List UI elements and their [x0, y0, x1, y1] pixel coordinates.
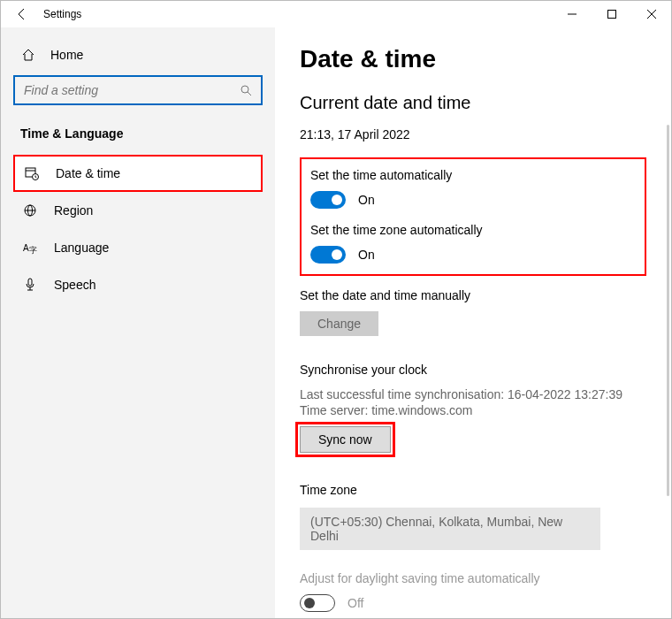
- category-header: Time & Language: [13, 118, 275, 155]
- change-button: Change: [300, 311, 378, 336]
- toggle-time-auto-state: On: [358, 193, 375, 207]
- page-title: Date & time: [300, 45, 646, 73]
- scrollbar[interactable]: [667, 125, 669, 496]
- timezone-select: (UTC+05:30) Chennai, Kolkata, Mumbai, Ne…: [300, 508, 600, 550]
- minimize-button[interactable]: [552, 1, 592, 27]
- page-subtitle: Current date and time: [300, 93, 646, 113]
- highlight-box-toggles: Set the time automatically On Set the ti…: [300, 157, 646, 276]
- globe-icon: [22, 203, 38, 218]
- nav-label: Date & time: [56, 166, 120, 180]
- nav-item-region[interactable]: Region: [13, 192, 263, 229]
- nav-label: Region: [54, 203, 93, 218]
- search-icon: [238, 82, 254, 98]
- svg-text:字: 字: [29, 246, 37, 255]
- language-icon: A字: [22, 240, 38, 256]
- svg-rect-1: [607, 11, 615, 19]
- toggle-time-auto-label: Set the time automatically: [310, 168, 636, 182]
- home-link[interactable]: Home: [13, 38, 275, 72]
- window-title: Settings: [43, 8, 81, 20]
- nav-item-language[interactable]: A字 Language: [13, 229, 263, 266]
- toggle-tz-auto[interactable]: [310, 246, 346, 264]
- sync-title: Synchronise your clock: [300, 363, 646, 377]
- manual-label: Set the date and time manually: [300, 288, 646, 302]
- close-button[interactable]: [631, 1, 671, 27]
- tz-label: Time zone: [300, 483, 646, 497]
- home-icon: [20, 47, 36, 63]
- sync-last: Last successful time synchronisation: 16…: [300, 387, 646, 401]
- search-input[interactable]: [13, 75, 263, 105]
- calendar-clock-icon: [24, 165, 40, 181]
- nav-item-speech[interactable]: Speech: [13, 266, 263, 303]
- content-area: Home Time & Language Date & time Region …: [1, 27, 671, 618]
- nav-list: Date & time Region A字 Language Speech: [13, 155, 275, 303]
- window-controls: [552, 1, 671, 27]
- svg-line-5: [248, 92, 251, 96]
- nav-label: Speech: [54, 278, 95, 292]
- svg-text:A: A: [23, 243, 29, 253]
- sidebar: Home Time & Language Date & time Region …: [1, 27, 275, 618]
- settings-window: Settings Home Time & Language Date & tim…: [0, 0, 672, 619]
- svg-rect-16: [28, 279, 32, 286]
- toggle-dst: [300, 594, 335, 612]
- toggle-time-auto[interactable]: [310, 191, 346, 209]
- sync-server: Time server: time.windows.com: [300, 403, 646, 417]
- toggle-tz-auto-state: On: [358, 248, 375, 262]
- titlebar: Settings: [1, 1, 671, 27]
- toggle-dst-state: Off: [347, 596, 363, 610]
- microphone-icon: [22, 277, 38, 293]
- svg-point-4: [241, 86, 248, 93]
- main-panel: Date & time Current date and time 21:13,…: [275, 27, 671, 618]
- sync-now-button[interactable]: Sync now: [300, 426, 391, 453]
- search-box[interactable]: [13, 75, 263, 105]
- nav-label: Language: [54, 241, 109, 255]
- toggle-tz-auto-label: Set the time zone automatically: [310, 223, 636, 237]
- svg-line-10: [35, 177, 36, 178]
- dst-label: Adjust for daylight saving time automati…: [300, 571, 646, 585]
- back-button[interactable]: [11, 4, 33, 25]
- maximize-button[interactable]: [592, 1, 631, 27]
- current-datetime: 21:13, 17 April 2022: [300, 127, 646, 141]
- nav-item-date-time[interactable]: Date & time: [13, 155, 263, 192]
- home-label: Home: [50, 48, 83, 62]
